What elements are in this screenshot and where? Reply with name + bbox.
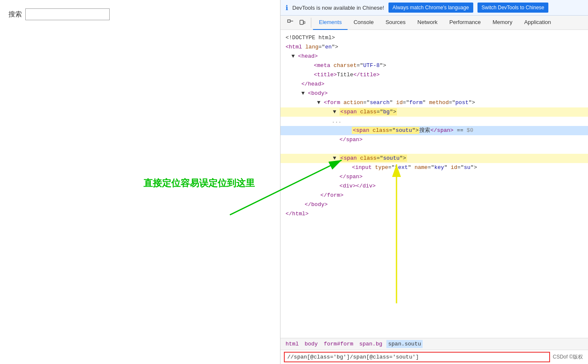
breadcrumb-span-soutu[interactable]: span.soutu [386,340,423,348]
device-toolbar-icon[interactable] [297,18,307,28]
toolbar-icons [282,18,311,28]
switch-devtools-button[interactable]: Switch DevTools to Chinese [477,3,549,13]
dom-line-span-close2: </span> [281,172,588,182]
dom-line-form-close: </form> [281,191,588,200]
search-input[interactable] [25,8,110,20]
dom-line-html-close: </html> [281,209,588,219]
search-label: 搜索 [8,10,22,19]
dom-line-span-close1: </span> [281,135,588,145]
devtools-panel: ℹ DevTools is now available in Chinese! … [280,0,588,364]
dom-line-dots: ... [281,117,588,126]
breadcrumb-span-bg[interactable]: span.bg [358,340,384,348]
dom-tree[interactable]: <!DOCTYPE html> <html lang="en"> ▼ <head… [281,30,588,338]
tab-console[interactable]: Console [348,16,380,30]
dom-line-span-bg: ▼ <span class="bg"> [281,107,588,117]
dom-line-form-open: ▼ <form action="search" id="form" method… [281,98,588,107]
match-lang-button[interactable]: Always match Chrome's language [388,3,473,13]
svg-rect-3 [304,21,305,24]
dom-line-body-close: </body> [281,200,588,209]
info-text: DevTools is now available in Chinese! [292,5,384,11]
breadcrumb-bar: html body form#form span.bg span.soutu [281,338,588,350]
dom-line-head-close: </head> [281,80,588,89]
info-icon: ℹ [286,4,288,12]
dom-line-title: <title>Title</title> [281,70,588,80]
inspect-element-icon[interactable] [286,18,296,28]
dom-line-div: <div></div> [281,182,588,191]
tab-sources[interactable]: Sources [380,16,412,30]
svg-rect-0 [288,20,290,22]
dom-line-spacer [281,145,588,154]
xpath-text: //span[@class='bg']/span[@class='soutu'] [287,354,419,360]
dom-line-html: <html lang="en"> [281,43,588,52]
bottom-right-label: CSDof ©版权 [553,353,585,361]
console-bar: //span[@class='bg']/span[@class='soutu']… [281,350,588,364]
dom-line-meta: <meta charset="UTF-8"> [281,61,588,70]
dom-line-selected[interactable]: <span class="soutu">搜索</span> == $0 [281,126,588,135]
tab-memory[interactable]: Memory [487,16,518,30]
breadcrumb-form[interactable]: form#form [322,340,355,348]
breadcrumb-html[interactable]: html [284,340,300,348]
devtools-info-bar: ℹ DevTools is now available in Chinese! … [281,0,588,16]
dom-line-head-open: ▼ <head> [281,52,588,61]
tab-network[interactable]: Network [412,16,444,30]
devtools-toolbar: Elements Console Sources Network Perform… [281,16,588,30]
tab-list: Elements Console Sources Network Perform… [313,16,557,29]
xpath-input-wrapper: //span[@class='bg']/span[@class='soutu'] [284,352,550,362]
dom-line-doctype: <!DOCTYPE html> [281,33,588,43]
dom-line-body-open: ▼ <body> [281,89,588,98]
tab-elements[interactable]: Elements [313,16,348,30]
tab-performance[interactable]: Performance [443,16,486,30]
search-section: 搜索 [0,0,278,29]
breadcrumb-body[interactable]: body [303,340,319,348]
tab-application[interactable]: Application [518,16,557,30]
dom-line-input: <input type="text" name="key" id="su"> [281,163,588,172]
svg-rect-2 [300,20,303,24]
dom-line-span-soutu: ▼ <span class="soutu"> [281,154,588,163]
annotation-left: 直接定位容易误定位到这里 [143,177,255,190]
